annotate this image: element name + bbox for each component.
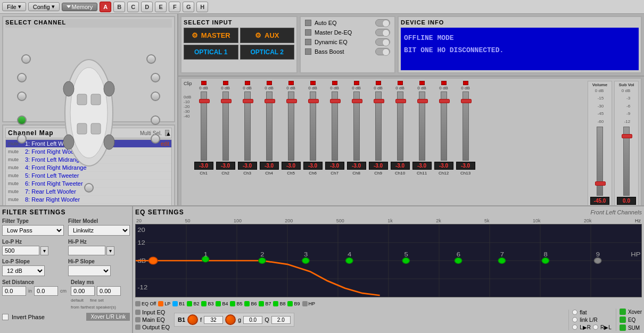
b4-band-item[interactable]: B4	[216, 301, 228, 306]
link-lr-option[interactable]: link L/R	[572, 317, 612, 323]
handle-ch2[interactable]	[221, 99, 232, 103]
xover-led[interactable]	[620, 309, 626, 315]
lo-p-hz-dropdown[interactable]: ▾	[40, 246, 48, 255]
input-eq-btn[interactable]: Input EQ	[135, 309, 170, 315]
r-to-l-radio[interactable]	[593, 324, 598, 330]
input-eq-led[interactable]	[135, 310, 141, 315]
speaker-fr-tweet[interactable]	[151, 91, 160, 101]
b3-band-item[interactable]: B3	[201, 301, 213, 306]
b1-g-input[interactable]	[243, 316, 262, 324]
link-lr-radio[interactable]	[572, 317, 577, 322]
output-eq-btn[interactable]: Output EQ	[135, 324, 170, 330]
master-input-button[interactable]: ⚙ MASTER	[184, 28, 238, 43]
eq-off-item[interactable]: EQ Off	[135, 301, 156, 306]
memory-button[interactable]: Memory	[62, 3, 98, 11]
b7-band-item[interactable]: B7	[259, 301, 271, 306]
output-eq-led[interactable]	[135, 324, 141, 330]
bass-boost-switch[interactable]	[375, 48, 390, 55]
b2-band-led[interactable]	[187, 301, 192, 306]
flat-option[interactable]: flat	[572, 310, 612, 315]
volume-fader[interactable]	[597, 127, 603, 196]
xover-option[interactable]: Xover	[620, 309, 642, 315]
b6-band-led[interactable]	[244, 301, 250, 306]
handle-ch3[interactable]	[243, 99, 253, 103]
fader-ch11[interactable]	[419, 91, 425, 161]
file-button[interactable]: File ▾	[2, 2, 26, 11]
flat-radio[interactable]	[572, 310, 577, 315]
filter-model-select[interactable]: Linkwitz	[68, 225, 130, 236]
speaker-rr-woofer[interactable]	[151, 115, 160, 125]
speaker-fl-tweet[interactable]	[17, 91, 27, 101]
fader-ch1[interactable]	[201, 91, 207, 161]
speaker-fl-mid[interactable]	[17, 73, 27, 82]
fader-ch6[interactable]	[310, 91, 316, 161]
delay-fine-input[interactable]	[97, 286, 121, 296]
master-de-eq-switch[interactable]	[375, 29, 390, 36]
preset-c-button[interactable]: C	[127, 2, 139, 12]
b8-band-item[interactable]: B8	[273, 301, 285, 306]
fader-ch8[interactable]	[353, 91, 360, 161]
speaker-fr-mid[interactable]	[151, 73, 160, 82]
handle-ch4[interactable]	[265, 99, 275, 103]
hi-p-hz-input[interactable]	[68, 246, 105, 255]
b4-band-led[interactable]	[216, 301, 221, 306]
filter-type-select[interactable]: Low Pass	[2, 225, 64, 236]
distance-in-input[interactable]	[2, 286, 26, 296]
b7-band-led[interactable]	[259, 301, 264, 306]
b1-band-led[interactable]	[172, 301, 178, 306]
bass-boost-toggle[interactable]: Bass Boost	[305, 48, 390, 55]
fader-ch5[interactable]	[288, 91, 294, 161]
optical1-input-button[interactable]: OPTICAL 1	[184, 45, 238, 60]
preset-e-button[interactable]: E	[155, 2, 167, 12]
lp-band-led[interactable]	[158, 301, 163, 306]
handle-ch6[interactable]	[308, 99, 319, 103]
fader-ch13[interactable]	[463, 91, 469, 161]
b1-g-knob[interactable]	[225, 314, 236, 325]
fader-ch7[interactable]	[332, 91, 338, 161]
sum-option[interactable]: SUM	[620, 324, 642, 331]
b5-band-led[interactable]	[230, 301, 235, 306]
eq-led-option[interactable]	[620, 317, 626, 323]
b8-band-led[interactable]	[273, 301, 278, 306]
preset-a-button[interactable]: A	[100, 2, 111, 12]
handle-ch8[interactable]	[352, 99, 362, 103]
xover-lr-link-button[interactable]: Xover L/R Link	[86, 313, 130, 321]
b6-band-item[interactable]: B6	[244, 301, 257, 306]
sub-vol-handle[interactable]	[622, 134, 632, 138]
eq-option[interactable]: EQ	[620, 317, 642, 323]
auto-eq-toggle[interactable]: Auto EQ	[305, 19, 390, 27]
auto-eq-switch[interactable]	[375, 19, 390, 27]
lp-band-item[interactable]: LP	[158, 301, 170, 306]
preset-d-button[interactable]: D	[141, 2, 153, 12]
bass-boost-led[interactable]	[305, 48, 311, 55]
main-eq-btn[interactable]: Main EQ	[135, 317, 170, 323]
handle-ch1[interactable]	[199, 99, 210, 103]
b9-band-led[interactable]	[287, 301, 293, 306]
speaker-rl-tweet[interactable]	[17, 134, 27, 144]
handle-ch5[interactable]	[286, 99, 297, 103]
fader-ch12[interactable]	[441, 91, 447, 161]
b9-band-item[interactable]: B9	[287, 301, 300, 306]
preset-h-button[interactable]: H	[196, 2, 208, 12]
main-eq-led[interactable]	[135, 317, 141, 322]
b1-f-knob[interactable]	[187, 314, 198, 325]
aux-input-button[interactable]: ⚙ AUX	[240, 28, 295, 43]
invert-phase-checkbox[interactable]	[2, 314, 9, 320]
handle-ch11[interactable]	[417, 99, 428, 103]
b3-band-led[interactable]	[201, 301, 207, 306]
speaker-sub[interactable]	[84, 183, 94, 193]
lo-p-slope-select[interactable]: 12 dB	[2, 265, 45, 276]
b2-band-item[interactable]: B2	[187, 301, 199, 306]
master-de-eq-led[interactable]	[305, 29, 311, 36]
b1-f-input[interactable]	[204, 316, 223, 324]
eq-off-led[interactable]	[135, 301, 141, 306]
config-button[interactable]: Config ▾	[28, 2, 60, 11]
b5-band-item[interactable]: B5	[230, 301, 242, 306]
hi-p-slope-select[interactable]	[68, 265, 111, 276]
handle-ch13[interactable]	[461, 99, 472, 103]
hp-band-led[interactable]	[302, 301, 308, 306]
lo-p-hz-input[interactable]	[2, 246, 39, 255]
sum-led[interactable]	[620, 324, 626, 331]
b1-q-input[interactable]	[271, 316, 291, 324]
speaker-rr-tweet[interactable]	[151, 134, 160, 144]
